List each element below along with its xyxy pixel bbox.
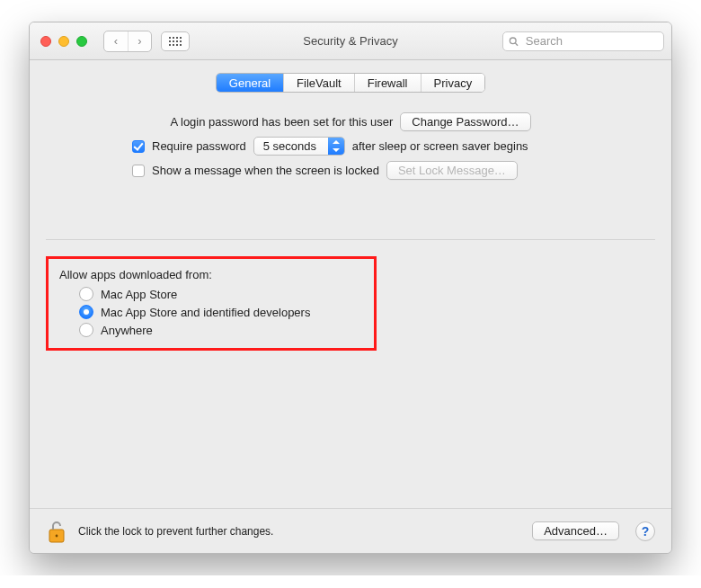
require-password-checkbox[interactable] xyxy=(132,140,145,153)
gatekeeper-section: Allow apps downloaded from: Mac App Stor… xyxy=(46,240,655,369)
change-password-button[interactable]: Change Password… xyxy=(400,112,530,131)
search-icon xyxy=(509,36,519,47)
gatekeeper-option-mas-identified: Mac App Store and identified developers xyxy=(79,305,374,319)
show-all-button[interactable] xyxy=(161,31,190,51)
radio-anywhere[interactable] xyxy=(79,323,93,337)
general-pane: A login password has been set for this u… xyxy=(30,93,671,369)
radio-mac-app-store[interactable] xyxy=(79,287,93,301)
svg-point-0 xyxy=(510,37,516,43)
titlebar: ‹ › Security & Privacy xyxy=(30,22,671,60)
gatekeeper-title: Allow apps downloaded from: xyxy=(59,268,374,281)
radio-anywhere-label: Anywhere xyxy=(101,324,153,337)
nav-back-forward: ‹ › xyxy=(103,31,152,52)
traffic-lights xyxy=(40,36,87,47)
grid-icon xyxy=(169,37,182,46)
svg-line-1 xyxy=(515,43,518,46)
help-button[interactable]: ? xyxy=(635,521,655,541)
require-password-row: Require password 5 seconds after sleep o… xyxy=(132,137,655,156)
preference-tabs: General FileVault Firewall Privacy xyxy=(216,73,485,93)
gatekeeper-option-anywhere: Anywhere xyxy=(79,323,374,337)
search-input[interactable] xyxy=(524,33,658,49)
advanced-button[interactable]: Advanced… xyxy=(532,521,619,540)
radio-mas-identified-label: Mac App Store and identified developers xyxy=(101,306,310,319)
require-password-delay-popup[interactable]: 5 seconds xyxy=(253,137,345,156)
show-lock-message-checkbox[interactable] xyxy=(132,165,145,177)
footer-bar: Click the lock to prevent further change… xyxy=(30,508,671,553)
password-set-row: A login password has been set for this u… xyxy=(46,112,655,131)
radio-mas-identified[interactable] xyxy=(79,305,93,319)
tab-privacy[interactable]: Privacy xyxy=(421,74,485,92)
search-field[interactable] xyxy=(502,31,664,51)
set-lock-message-button[interactable]: Set Lock Message… xyxy=(386,161,518,180)
zoom-button[interactable] xyxy=(76,36,87,47)
require-password-delay-value: 5 seconds xyxy=(263,139,316,153)
back-button[interactable]: ‹ xyxy=(104,31,128,51)
gatekeeper-option-mas: Mac App Store xyxy=(79,287,374,301)
forward-button[interactable]: › xyxy=(128,31,151,51)
tab-firewall[interactable]: Firewall xyxy=(354,74,421,92)
password-set-label: A login password has been set for this u… xyxy=(170,115,393,129)
lock-message-row: Show a message when the screen is locked… xyxy=(132,161,655,180)
lock-hint-text: Click the lock to prevent further change… xyxy=(78,525,273,538)
tab-general[interactable]: General xyxy=(217,74,283,92)
tabs-container: General FileVault Firewall Privacy xyxy=(30,73,671,93)
svg-point-3 xyxy=(56,534,58,537)
tab-filevault[interactable]: FileVault xyxy=(283,74,354,92)
login-section: A login password has been set for this u… xyxy=(46,93,655,198)
show-lock-message-label: Show a message when the screen is locked xyxy=(152,164,379,177)
security-privacy-window: ‹ › Security & Privacy General FileVault… xyxy=(29,22,672,554)
radio-mac-app-store-label: Mac App Store xyxy=(101,288,177,301)
stepper-icon xyxy=(328,138,344,155)
minimize-button[interactable] xyxy=(58,36,69,47)
gatekeeper-highlight-box: Allow apps downloaded from: Mac App Stor… xyxy=(46,256,377,351)
close-button[interactable] xyxy=(40,36,51,47)
require-password-label: Require password xyxy=(152,139,246,153)
unlock-icon[interactable] xyxy=(46,519,67,544)
after-sleep-label: after sleep or screen saver begins xyxy=(352,139,528,153)
